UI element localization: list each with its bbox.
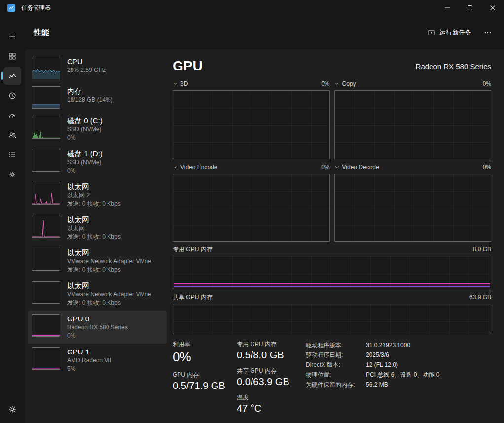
perf-item-sub: Radeon RX 580 Series xyxy=(67,323,128,332)
cpu-mini-graph xyxy=(32,57,60,79)
perf-item-sub: VMware Network Adapter VMne xyxy=(67,290,151,299)
perf-item-sub: SSD (NVMe) xyxy=(67,158,103,167)
perf-item-title: 磁盘 1 (D:) xyxy=(67,149,103,158)
perf-item-gpu0[interactable]: GPU 0 Radeon RX 580 Series 0% xyxy=(28,311,167,344)
engine-selector-3d[interactable]: 3D xyxy=(173,80,188,87)
perf-item-sub2: 发送: 0 接收: 0 Kbps xyxy=(67,233,121,241)
selected-indicator xyxy=(1,72,3,80)
run-new-task-label: 运行新任务 xyxy=(439,28,471,37)
perf-item-title: GPU 1 xyxy=(67,347,111,356)
gpu0-mini-graph xyxy=(32,314,60,337)
perf-item-title: 以太网 xyxy=(67,281,151,290)
nav-users-button[interactable] xyxy=(3,126,21,144)
more-options-button[interactable] xyxy=(479,25,496,40)
content-panel: CPU 28% 2.59 GHz 内存 18/128 GB (14%) xyxy=(25,49,504,423)
perf-item-sub2: 发送: 0 接收: 0 Kbps xyxy=(67,266,151,274)
driver-details: 驱动程序版本: 31.0.21923.1000 驱动程序日期: 2025/3/6… xyxy=(306,340,491,420)
engine-charts: 3D 0% Copy 0% xyxy=(173,76,491,242)
engine-selector-video-encode[interactable]: Video Encode xyxy=(173,164,217,171)
settings-button[interactable] xyxy=(3,400,21,418)
perf-item-sub: VMware Network Adapter VMne xyxy=(67,257,151,266)
dedicated-stat-value: 0.5/8.0 GB xyxy=(237,350,306,361)
dedicated-memory-label: 专用 GPU 内存 xyxy=(173,246,213,254)
perf-item-sub: SSD (NVMe) xyxy=(67,125,103,134)
temperature-value: 47 °C xyxy=(237,403,306,414)
maximize-icon xyxy=(459,0,481,16)
perf-item-title: 内存 xyxy=(67,86,113,96)
nav-menu-button[interactable] xyxy=(3,28,21,45)
perf-item-cpu[interactable]: CPU 28% 2.59 GHz xyxy=(28,53,167,83)
shared-memory-max: 63.9 GB xyxy=(469,294,491,301)
perf-item-ethernet-2[interactable]: 以太网 以太网 发送: 0 接收: 0 Kbps xyxy=(28,212,167,245)
chart-video-decode xyxy=(334,174,492,242)
detail-row: 驱动程序版本: 31.0.21923.1000 xyxy=(306,340,491,350)
performance-icon xyxy=(8,72,16,80)
dedicated-memory-max: 8.0 GB xyxy=(473,246,491,253)
perf-item-gpu1[interactable]: GPU 1 AMD Radeon VII 5% xyxy=(28,344,167,377)
engine-value: 0% xyxy=(483,80,491,87)
perf-item-sub: 28% 2.59 GHz xyxy=(67,66,106,74)
perf-item-sub2: 0% xyxy=(67,134,103,142)
settings-gear-icon xyxy=(8,405,17,414)
perf-item-sub2: 发送: 0 接收: 0 Kbps xyxy=(67,299,151,307)
task-manager-window: 任务管理器 xyxy=(0,0,504,423)
shared-stat-value: 0.0/63.9 GB xyxy=(237,376,306,388)
perf-item-ethernet-1[interactable]: 以太网 以太网 2 发送: 0 接收: 0 Kbps xyxy=(28,178,167,212)
perf-item-sub: 18/128 GB (14%) xyxy=(67,96,113,104)
perf-item-sub: 以太网 xyxy=(67,224,121,233)
perf-item-disk0[interactable]: 磁盘 0 (C:) SSD (NVMe) 0% xyxy=(28,112,167,145)
header-actions: 运行新任务 xyxy=(423,25,496,40)
close-button[interactable] xyxy=(481,0,504,16)
app-history-icon xyxy=(8,92,16,100)
perf-item-title: GPU 0 xyxy=(67,314,128,323)
perf-item-sub2: 0% xyxy=(67,167,103,175)
page-header: 性能 运行新任务 xyxy=(25,16,504,49)
gpu-title: GPU xyxy=(173,58,203,74)
perf-item-disk1[interactable]: 磁盘 1 (D:) SSD (NVMe) 0% xyxy=(28,145,167,178)
engine-value: 0% xyxy=(483,164,491,171)
chart-3d xyxy=(173,90,330,159)
chart-video-encode xyxy=(173,174,330,242)
perf-item-sub: AMD Radeon VII xyxy=(67,356,111,365)
perf-item-memory[interactable]: 内存 18/128 GB (14%) xyxy=(28,83,167,112)
perf-item-sub2: 5% xyxy=(67,365,111,373)
perf-item-title: 以太网 xyxy=(67,215,121,224)
engine-selector-video-decode[interactable]: Video Decode xyxy=(334,164,379,171)
engine-selector-copy[interactable]: Copy xyxy=(334,80,356,87)
maximize-button[interactable] xyxy=(459,0,481,16)
nav-services-button[interactable] xyxy=(3,166,21,183)
page-title: 性能 xyxy=(34,28,49,38)
nav-performance-button[interactable] xyxy=(3,67,21,85)
services-icon xyxy=(8,171,16,178)
engine-label: 3D xyxy=(180,80,188,87)
run-new-task-button[interactable]: 运行新任务 xyxy=(423,25,476,40)
perf-item-sub: 以太网 2 xyxy=(67,191,121,200)
perf-item-ethernet-4[interactable]: 以太网 VMware Network Adapter VMne 发送: 0 接收… xyxy=(28,278,167,311)
nav-startup-apps-button[interactable] xyxy=(3,106,21,124)
chevron-down-icon xyxy=(334,81,339,86)
startup-apps-icon xyxy=(8,111,16,119)
detail-row: 驱动程序日期: 2025/3/6 xyxy=(306,350,491,360)
dedicated-memory-usage-line xyxy=(174,283,490,284)
chevron-down-icon xyxy=(173,81,178,86)
perf-item-title: 以太网 xyxy=(67,248,151,257)
shared-stat-label: 共享 GPU 内存 xyxy=(237,367,306,375)
engine-value: 0% xyxy=(321,80,329,87)
run-new-task-icon xyxy=(428,29,435,36)
perf-item-title: 磁盘 0 (C:) xyxy=(67,116,103,125)
gpu-detail-panel: GPU Radeon RX 580 Series 3D 0% xyxy=(173,56,491,423)
utilization-value: 0% xyxy=(173,350,237,365)
nav-details-button[interactable] xyxy=(3,146,21,164)
more-dots-icon xyxy=(484,29,492,36)
gpu-stats: 利用率 0% GPU 内存 0.5/71.9 GB 专用 GPU 内存 0.5/… xyxy=(173,340,491,420)
nav-app-history-button[interactable] xyxy=(3,87,21,105)
nav-processes-button[interactable] xyxy=(3,47,21,65)
engine-label: Copy xyxy=(342,80,356,87)
chevron-down-icon xyxy=(334,165,339,170)
detail-row: 物理位置: PCI 总线 6、设备 0、功能 0 xyxy=(306,370,491,380)
close-icon xyxy=(481,0,504,16)
disk1-mini-graph xyxy=(32,149,60,172)
perf-item-ethernet-3[interactable]: 以太网 VMware Network Adapter VMne 发送: 0 接收… xyxy=(28,245,167,278)
engine-value: 0% xyxy=(321,164,329,171)
minimize-button[interactable] xyxy=(436,0,459,16)
